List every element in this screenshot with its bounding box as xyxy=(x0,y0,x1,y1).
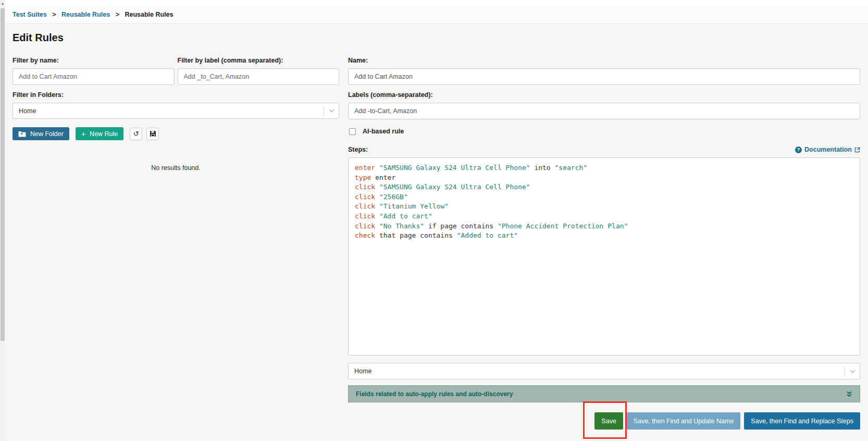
steps-code-line: click "Titanium Yellow" xyxy=(355,202,853,212)
filter-in-folders-label: Filter in Folders: xyxy=(13,91,339,99)
labels-value: Add -to-Cart, Amazon xyxy=(354,107,417,115)
name-value: Add to Cart Amazon xyxy=(354,73,413,80)
steps-code-line: click "Add to cart" xyxy=(355,212,853,222)
chevron-down-icon xyxy=(329,109,334,113)
rule-folder-value: Home xyxy=(354,368,845,375)
breadcrumb-separator: > xyxy=(116,11,119,18)
save-filters-button[interactable] xyxy=(146,128,159,140)
page-title: Edit Rules xyxy=(13,32,868,44)
scrollbar-thumb[interactable] xyxy=(1,8,5,341)
save-find-replace-steps-button[interactable]: Save, then Find and Replace Steps xyxy=(744,412,860,430)
undo-button[interactable]: ↺ xyxy=(130,128,142,140)
undo-icon: ↺ xyxy=(133,130,139,138)
filter-by-label-value: Add _to_Cart, Amazon xyxy=(184,73,250,80)
name-label: Name: xyxy=(348,57,860,64)
labels-label: Labels (comma-separated): xyxy=(348,91,860,99)
new-folder-label: New Folder xyxy=(30,130,64,138)
new-rule-button[interactable]: + New Rule xyxy=(76,127,123,140)
chevron-down-icon xyxy=(850,370,855,373)
filter-by-name-label: Filter by name: xyxy=(13,57,175,64)
select-divider xyxy=(845,366,845,376)
auto-apply-collapse-title: Fields related to auto-apply rules and a… xyxy=(356,390,513,398)
no-results-message: No results found. xyxy=(13,164,339,172)
external-link-icon xyxy=(854,147,860,153)
filter-in-folders-select[interactable]: Home xyxy=(13,103,339,119)
documentation-link[interactable]: ? Documentation xyxy=(795,146,860,153)
top-strip xyxy=(5,0,868,5)
filter-by-label-label: Filter by label (comma separated): xyxy=(178,57,340,64)
rule-folder-select[interactable]: Home xyxy=(348,363,860,379)
folder-plus-icon xyxy=(18,131,26,137)
steps-code-editor[interactable]: enter "SAMSUNG Galaxy S24 Ultra Cell Pho… xyxy=(348,157,860,356)
breadcrumb-separator: > xyxy=(52,11,56,18)
steps-code-line: check that page contains "Added to cart" xyxy=(355,231,853,241)
breadcrumb-link-test-suites[interactable]: Test Suites xyxy=(13,11,47,18)
auto-apply-collapse-bar[interactable]: Fields related to auto-apply rules and a… xyxy=(348,385,860,402)
steps-code-line: type enter xyxy=(355,173,853,183)
filter-by-name-input[interactable]: Add to Cart Amazon xyxy=(13,68,175,85)
steps-code-line: click "No Thanks" if page contains "Phon… xyxy=(355,222,853,231)
ai-based-rule-label: AI-based rule xyxy=(363,128,404,135)
steps-code-line: enter "SAMSUNG Galaxy S24 Ultra Cell Pho… xyxy=(355,163,853,173)
steps-code-line: click "256GB" xyxy=(355,192,853,202)
filter-in-folders-value: Home xyxy=(19,107,324,115)
name-input[interactable]: Add to Cart Amazon xyxy=(348,68,860,85)
breadcrumb: Test Suites > Reusable Rules > Reusable … xyxy=(5,5,868,24)
new-rule-label: New Rule xyxy=(90,130,118,138)
steps-code-line: click "SAMSUNG Galaxy S24 Ultra Cell Pho… xyxy=(355,182,853,192)
plus-icon: + xyxy=(81,130,85,138)
labels-input[interactable]: Add -to-Cart, Amazon xyxy=(348,103,860,119)
edit-rule-form: Name: Add to Cart Amazon Labels (comma-s… xyxy=(348,57,860,430)
filter-panel: Filter by name: Add to Cart Amazon Filte… xyxy=(13,57,339,172)
filter-by-label-input[interactable]: Add _to_Cart, Amazon xyxy=(178,68,340,85)
filter-by-name-value: Add to Cart Amazon xyxy=(19,73,77,80)
breadcrumb-current: Reusable Rules xyxy=(125,11,173,18)
documentation-label: Documentation xyxy=(804,146,852,153)
floppy-save-icon xyxy=(150,130,156,137)
scrollbar-up-arrow-icon[interactable]: ▲ xyxy=(0,0,5,7)
page-scrollbar[interactable]: ▲ xyxy=(0,0,5,441)
select-divider xyxy=(324,106,324,116)
main-area: Test Suites > Reusable Rules > Reusable … xyxy=(5,0,868,441)
ai-based-rule-checkbox[interactable] xyxy=(349,128,356,135)
new-folder-button[interactable]: New Folder xyxy=(13,127,69,140)
save-button[interactable]: Save xyxy=(594,412,623,430)
steps-label: Steps: xyxy=(348,146,368,153)
question-circle-icon: ? xyxy=(795,146,802,153)
breadcrumb-link-reusable-rules[interactable]: Reusable Rules xyxy=(61,11,110,18)
double-chevron-down-icon xyxy=(846,391,852,397)
save-find-update-name-button[interactable]: Save, then Find and Update Name xyxy=(627,412,740,430)
